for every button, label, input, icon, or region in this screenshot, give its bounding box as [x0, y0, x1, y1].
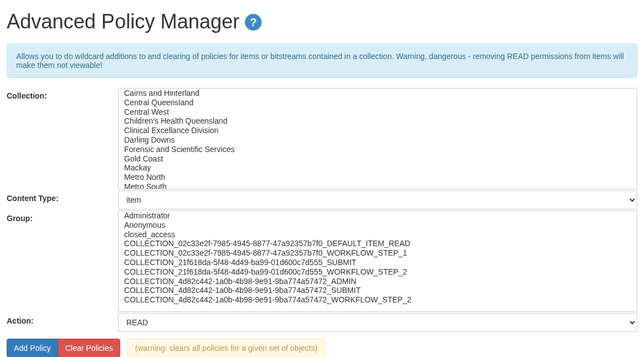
- group-row: Group: AdministratorAnonymousclosed_acce…: [7, 211, 637, 312]
- select-option[interactable]: Central West: [119, 107, 637, 117]
- select-option[interactable]: COLLECTION_4d82c442-1a0b-4b98-9e91-9ba77…: [119, 286, 637, 295]
- info-alert: Allows you to do wildcard additions to a…: [7, 43, 637, 78]
- select-option[interactable]: Forensic and Scientific Services: [119, 145, 637, 154]
- select-option[interactable]: Darling Downs: [119, 135, 637, 145]
- select-option[interactable]: COLLECTION_4d82c442-1a0b-4b98-9e91-9ba77…: [119, 277, 637, 286]
- group-label: Group:: [7, 211, 118, 223]
- select-option[interactable]: Clinical Excellance Division: [119, 126, 637, 135]
- help-icon[interactable]: ?: [245, 14, 262, 31]
- select-option[interactable]: Metro North: [119, 173, 637, 182]
- info-alert-text: Allows you to do wildcard additions to a…: [16, 52, 624, 70]
- page-title: Advanced Policy Manager ?: [7, 10, 637, 33]
- page-title-text: Advanced Policy Manager: [7, 10, 239, 33]
- action-label: Action:: [7, 313, 118, 325]
- add-policy-button[interactable]: Add Policy: [7, 339, 58, 357]
- select-option[interactable]: COLLECTION_21f618da-5f48-4d49-ba99-01d60…: [119, 267, 637, 277]
- select-option[interactable]: Administrator: [119, 211, 637, 221]
- action-row: Action: READ: [7, 313, 637, 332]
- select-option[interactable]: COLLECTION_4d82c442-1a0b-4b98-9e91-9ba77…: [119, 295, 637, 305]
- content-type-row: Content Type: item: [7, 190, 637, 209]
- select-option[interactable]: Central Queensland: [119, 98, 637, 107]
- select-option[interactable]: Children's Health Queensland: [119, 116, 637, 126]
- action-select[interactable]: READ: [118, 313, 637, 332]
- content-type-label: Content Type:: [7, 190, 118, 203]
- clear-warning: (warning: clears all policies for a give…: [127, 339, 326, 357]
- collection-select[interactable]: Cairns and HinterlandCentral QueenslandC…: [118, 88, 637, 189]
- select-option[interactable]: Anonymous: [119, 221, 637, 230]
- select-option[interactable]: COLLECTION_02c33e2f-7985-4945-8877-47a92…: [119, 248, 637, 258]
- select-option[interactable]: COLLECTION_02c33e2f-7985-4945-8877-47a92…: [119, 239, 637, 248]
- buttons-row: Add Policy Clear Policies (warning: clea…: [7, 339, 637, 357]
- select-option[interactable]: COLLECTION_21f618da-5f48-4d49-ba99-01d60…: [119, 258, 637, 267]
- collection-row: Collection: Cairns and HinterlandCentral…: [7, 88, 637, 189]
- clear-policies-button[interactable]: Clear Policies: [58, 339, 120, 357]
- collection-label: Collection:: [7, 88, 118, 100]
- select-option[interactable]: Mackay: [119, 163, 637, 173]
- content-type-select[interactable]: item: [118, 190, 637, 209]
- select-option[interactable]: Metro South: [119, 182, 637, 189]
- select-option[interactable]: closed_access: [119, 230, 637, 239]
- select-option[interactable]: Gold Coast: [119, 154, 637, 164]
- select-option[interactable]: Cairns and Hinterland: [119, 89, 637, 98]
- group-select[interactable]: AdministratorAnonymousclosed_accessCOLLE…: [118, 211, 637, 312]
